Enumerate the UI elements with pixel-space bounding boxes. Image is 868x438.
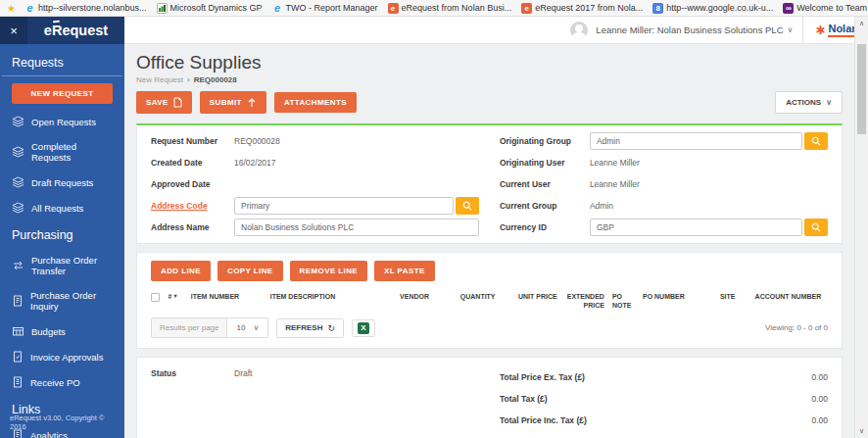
dynamics-gp-icon bbox=[157, 3, 168, 14]
sidebar-item-po-inquiry[interactable]: Purchase Order Inquiry bbox=[0, 283, 124, 318]
layers-icon bbox=[12, 202, 24, 214]
chevron-down-icon: ∨ bbox=[826, 98, 832, 107]
scrollbar-thumb[interactable] bbox=[857, 44, 866, 134]
status-field: Status Draft bbox=[151, 366, 500, 431]
nolan-mark-icon: ✱ bbox=[815, 24, 825, 37]
line-items-panel: ADD LINE COPY LINE REMOVE LINE XL PASTE … bbox=[136, 252, 843, 349]
scroll-up-icon[interactable]: ∧ bbox=[855, 20, 868, 27]
field-currency-id: Currency ID bbox=[500, 217, 828, 238]
ie-icon: e bbox=[272, 3, 283, 14]
user-menu[interactable]: Leanne Miller: Nolan Business Solutions … bbox=[596, 24, 793, 35]
currency-id-input[interactable] bbox=[590, 219, 802, 236]
erequest-icon: e bbox=[521, 3, 532, 14]
address-name-input[interactable] bbox=[234, 219, 479, 236]
header-right: Leanne Miller: Nolan Business Solutions … bbox=[124, 17, 868, 44]
field-address-name: Address Name bbox=[151, 217, 479, 238]
bookmark-erequest-nolan[interactable]: e eRequest from Nolan Busi... bbox=[383, 3, 517, 14]
sidebar-item-open-requests[interactable]: Open Requests bbox=[0, 109, 124, 134]
avatar bbox=[570, 22, 588, 39]
add-line-button[interactable]: ADD LINE bbox=[151, 261, 211, 281]
new-request-button[interactable]: NEW REQUEST bbox=[12, 83, 113, 104]
export-excel-button[interactable]: X bbox=[352, 319, 375, 337]
sidebar-item-completed-requests[interactable]: Completed Requests bbox=[0, 134, 124, 170]
document-check-icon bbox=[12, 351, 24, 363]
column-account-number[interactable]: ACCOUNT NUMBER bbox=[752, 292, 828, 301]
sidebar-section-requests: Requests bbox=[2, 48, 122, 76]
originating-group-search-button[interactable] bbox=[804, 132, 828, 150]
field-address-code: Address Code bbox=[151, 195, 479, 217]
column-item-number[interactable]: ITEM NUMBER bbox=[191, 292, 270, 301]
sidebar-item-invoice-approvals[interactable]: Invoice Approvals bbox=[0, 344, 124, 369]
scroll-down-icon[interactable]: ∨ bbox=[855, 427, 868, 435]
attachments-button[interactable]: ATTACHMENTS bbox=[274, 92, 357, 113]
submit-arrow-icon bbox=[247, 97, 257, 108]
line-items-toolbar: ADD LINE COPY LINE REMOVE LINE XL PASTE bbox=[151, 261, 828, 281]
refresh-button[interactable]: REFRESH ↻ bbox=[276, 318, 344, 338]
page-size-select[interactable]: 10 ∨ bbox=[227, 318, 267, 337]
actions-button[interactable]: ACTIONS ∨ bbox=[775, 91, 843, 114]
document-icon bbox=[12, 295, 24, 307]
excel-icon: X bbox=[358, 322, 369, 334]
sidebar-item-draft-requests[interactable]: Draft Requests bbox=[0, 170, 124, 195]
originating-group-input[interactable] bbox=[590, 132, 802, 150]
copy-line-button[interactable]: COPY LINE bbox=[217, 261, 283, 281]
column-quantity[interactable]: QUANTITY bbox=[452, 292, 508, 301]
field-current-group: Current Group Admin bbox=[500, 195, 828, 217]
currency-id-search-button[interactable] bbox=[804, 219, 828, 236]
save-button[interactable]: SAVE bbox=[136, 91, 192, 114]
bookmark-two-report-manager[interactable]: e TWO - Report Manager bbox=[267, 3, 383, 14]
address-code-input[interactable] bbox=[234, 197, 454, 215]
remove-line-button[interactable]: REMOVE LINE bbox=[290, 261, 368, 281]
favorites-star-icon[interactable]: ★ bbox=[3, 3, 20, 14]
close-icon[interactable]: × bbox=[0, 17, 27, 44]
column-line-number[interactable]: # ▾ bbox=[168, 292, 190, 301]
google-icon: 8 bbox=[652, 3, 663, 14]
sidebar-item-po-transfer[interactable]: Purchase Order Transfer bbox=[0, 248, 124, 283]
bookmark-dynamics-gp[interactable]: Microsoft Dynamics GP bbox=[152, 3, 267, 14]
vertical-scrollbar[interactable]: ∧ ∨ bbox=[854, 17, 868, 438]
results-per-page-label: Results per page bbox=[152, 318, 227, 337]
column-item-description[interactable]: ITEM DESCRIPTION bbox=[270, 292, 382, 301]
status-totals-panel: Status Draft Total Price Ex. Tax (£) 0.0… bbox=[136, 357, 843, 438]
sidebar-item-receive-po[interactable]: Receive PO bbox=[0, 369, 124, 395]
xl-paste-button[interactable]: XL PASTE bbox=[374, 261, 435, 281]
total-price-inc-tax-row: Total Price Inc. Tax (£) 0.00 bbox=[500, 410, 828, 431]
address-code-link[interactable]: Address Code bbox=[151, 201, 234, 211]
column-vendor[interactable]: VENDOR bbox=[381, 292, 451, 301]
search-icon bbox=[462, 201, 472, 211]
app-logo: eRequest bbox=[27, 17, 124, 44]
save-file-icon bbox=[173, 97, 182, 108]
bookmark-google[interactable]: 8 http--www.google.co.uk-u... bbox=[648, 3, 778, 14]
sidebar-item-budgets[interactable]: Budgets bbox=[0, 318, 124, 344]
breadcrumb-parent[interactable]: New Request bbox=[136, 75, 183, 84]
bookmark-erequest-2017[interactable]: e eRequest 2017 from Nola... bbox=[516, 3, 648, 14]
sidebar-section-purchasing: Purchasing bbox=[0, 220, 124, 248]
status-value: Draft bbox=[234, 368, 252, 378]
bookmark-silverstone[interactable]: e http--silverstone.nolanbus... bbox=[20, 3, 152, 14]
layers-icon bbox=[12, 116, 24, 127]
results-per-page-control: Results per page 10 ∨ bbox=[151, 317, 268, 338]
total-price-ex-tax-row: Total Price Ex. Tax (£) 0.00 bbox=[500, 366, 828, 388]
sidebar: Requests NEW REQUEST Open Requests Compl… bbox=[0, 44, 124, 438]
line-items-header-row: # ▾ ITEM NUMBER ITEM DESCRIPTION VENDOR … bbox=[151, 292, 828, 310]
select-all-checkbox[interactable] bbox=[151, 293, 160, 302]
address-code-search-button[interactable] bbox=[456, 197, 479, 215]
submit-button[interactable]: SUBMIT bbox=[200, 91, 266, 114]
chevron-down-icon: ∨ bbox=[253, 323, 259, 332]
visual-studio-icon: ∞ bbox=[783, 3, 794, 14]
chevron-right-icon: › bbox=[187, 75, 190, 84]
field-current-user: Current User Leanne Miller bbox=[500, 173, 828, 195]
column-extended-price[interactable]: EXTENDED PRICE bbox=[561, 292, 608, 310]
column-site[interactable]: SITE bbox=[707, 292, 752, 301]
column-unit-price[interactable]: UNIT PRICE bbox=[508, 292, 561, 301]
sidebar-item-all-requests[interactable]: All Requests bbox=[0, 195, 124, 220]
viewing-count: Viewing: 0 - 0 of 0 bbox=[765, 323, 828, 332]
column-po-number[interactable]: PO NUMBER bbox=[639, 292, 707, 301]
totals-block: Total Price Ex. Tax (£) 0.00 Total Tax (… bbox=[500, 366, 828, 431]
bookmark-team-foundation[interactable]: ∞ Welcome to Team Found... bbox=[778, 3, 868, 14]
field-originating-group: Originating Group bbox=[500, 130, 828, 152]
form-right-column: Originating Group Originating User Leann… bbox=[500, 130, 828, 238]
budgets-icon bbox=[12, 325, 24, 337]
column-po-note[interactable]: PO NOTE bbox=[608, 292, 639, 310]
form-left-column: Request Number REQ000028 Created Date 16… bbox=[151, 130, 479, 238]
